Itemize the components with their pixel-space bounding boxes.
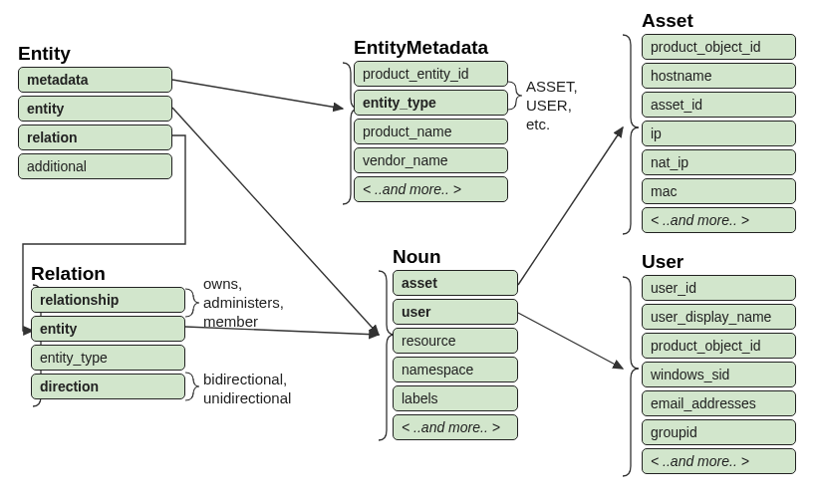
user-row-email-addresses: email_addresses — [642, 390, 796, 416]
entity-row-relation: relation — [18, 125, 172, 150]
asset-row-nat-ip: nat_ip — [642, 149, 796, 175]
entity-row-additional: additional — [18, 153, 172, 179]
entitymetadata-title: EntityMetadata — [354, 37, 508, 59]
user-row-user-display-name: user_display_name — [642, 304, 796, 330]
entity-row-metadata: metadata — [18, 67, 172, 93]
user-box: User user_id user_display_name product_o… — [642, 251, 796, 477]
asset-row-hostname: hostname — [642, 63, 796, 89]
user-row-groupid: groupid — [642, 419, 796, 445]
user-row-product-object-id: product_object_id — [642, 333, 796, 359]
user-row-user-id: user_id — [642, 275, 796, 301]
user-row-more: < ..and more.. > — [642, 448, 796, 474]
asset-row-product-object-id: product_object_id — [642, 34, 796, 60]
asset-row-asset-id: asset_id — [642, 92, 796, 118]
entity-box: Entity metadata entity relation addition… — [18, 43, 172, 182]
user-title: User — [642, 251, 796, 273]
entity-title: Entity — [18, 43, 172, 65]
em-row-vendor-name: vendor_name — [354, 147, 508, 173]
noun-title: Noun — [393, 246, 518, 268]
noun-row-more: < ..and more.. > — [393, 414, 518, 440]
noun-row-resource: resource — [393, 328, 518, 354]
em-row-product-entity-id: product_entity_id — [354, 61, 508, 87]
asset-title: Asset — [642, 10, 796, 32]
asset-row-more: < ..and more.. > — [642, 207, 796, 233]
noun-row-labels: labels — [393, 385, 518, 411]
entitymetadata-box: EntityMetadata product_entity_id entity_… — [354, 37, 508, 205]
em-row-entity-type: entity_type — [354, 90, 508, 116]
relation-row-relationship: relationship — [31, 287, 185, 313]
anno-direction: bidirectional, unidirectional — [203, 371, 291, 408]
anno-entity-type: ASSET, USER, etc. — [526, 78, 578, 133]
asset-row-mac: mac — [642, 178, 796, 204]
user-row-windows-sid: windows_sid — [642, 362, 796, 387]
asset-row-ip: ip — [642, 121, 796, 146]
em-row-product-name: product_name — [354, 119, 508, 144]
em-row-more: < ..and more.. > — [354, 176, 508, 202]
noun-row-user: user — [393, 299, 518, 325]
noun-box: Noun asset user resource namespace label… — [393, 246, 518, 443]
relation-title: Relation — [31, 263, 185, 285]
anno-relationship: owns, administers, member — [203, 275, 284, 331]
relation-row-entity: entity — [31, 316, 185, 342]
entity-row-entity: entity — [18, 96, 172, 122]
noun-row-asset: asset — [393, 270, 518, 296]
relation-box: Relation relationship entity entity_type… — [31, 263, 185, 402]
relation-row-direction: direction — [31, 374, 185, 399]
relation-row-entity-type: entity_type — [31, 345, 185, 371]
asset-box: Asset product_object_id hostname asset_i… — [642, 10, 796, 236]
noun-row-namespace: namespace — [393, 357, 518, 382]
